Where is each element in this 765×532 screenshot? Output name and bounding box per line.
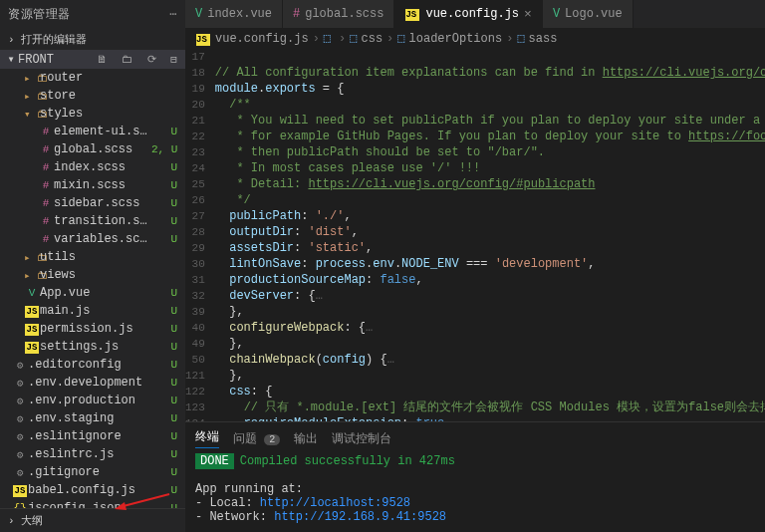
line-gutter: 17 18 19 20 21 22 23 24 25 26 27 28 29 3… — [185, 49, 215, 421]
code-content[interactable]: // All configuration item explanations c… — [215, 49, 765, 421]
close-icon[interactable]: × — [524, 7, 532, 22]
explorer-toolbar[interactable]: 🗎 🗀 ⟳ ⊟ — [97, 53, 181, 66]
file-permission.js[interactable]: JSpermission.jsU — [0, 320, 185, 338]
done-badge: DONE — [195, 453, 234, 469]
tab-Logo.vue[interactable]: VLogo.vue — [543, 0, 634, 28]
file-element-ui.scss[interactable]: #element-ui.scssU — [0, 123, 185, 140]
file-.editorconfig[interactable]: ⚙.editorconfigU — [0, 356, 185, 374]
file-settings.js[interactable]: JSsettings.jsU — [0, 338, 185, 356]
file-router[interactable]: ▸ 🗀router — [0, 69, 185, 87]
file-tree[interactable]: ▸ 🗀router▸ 🗀store▾ 🗀styles#element-ui.sc… — [0, 69, 185, 508]
file-.env.staging[interactable]: ⚙.env.stagingU — [0, 409, 185, 427]
file-.env.production[interactable]: ⚙.env.productionU — [0, 392, 185, 409]
file-store[interactable]: ▸ 🗀store — [0, 87, 185, 105]
file-views[interactable]: ▸ 🗀views — [0, 266, 185, 284]
tab-global.scss[interactable]: #global.scss — [283, 0, 394, 28]
network-url[interactable]: http://192.168.9.41:9528 — [274, 510, 446, 524]
panel-tabs[interactable]: 终端 问题 2 输出 调试控制台 — [195, 426, 755, 454]
file-utils[interactable]: ▸ 🗀utils — [0, 248, 185, 266]
file-mixin.scss[interactable]: #mixin.scssU — [0, 176, 185, 194]
explorer-title: 资源管理器 ⋯ — [0, 0, 185, 29]
code-editor[interactable]: 17 18 19 20 21 22 23 24 25 26 27 28 29 3… — [185, 49, 765, 421]
chevron-down-icon: ▾ — [4, 52, 18, 67]
file-.env.development[interactable]: ⚙.env.developmentU — [0, 374, 185, 392]
file-index.scss[interactable]: #index.scssU — [0, 158, 185, 176]
file-styles[interactable]: ▾ 🗀styles — [0, 105, 185, 123]
crumb[interactable]: loaderOptions — [409, 32, 503, 46]
file-.eslintrc.js[interactable]: ⚙.eslintrc.jsU — [0, 445, 185, 463]
file-App.vue[interactable]: VApp.vueU — [0, 284, 185, 302]
file-.gitignore[interactable]: ⚙.gitignoreU — [0, 463, 185, 481]
file-jsconfig.json[interactable]: {}jsconfig.jsonU — [0, 499, 185, 508]
file-main.js[interactable]: JSmain.jsU — [0, 302, 185, 320]
tab-vue.config.js[interactable]: JSvue.config.js× — [394, 0, 542, 28]
tab-debug[interactable]: 调试控制台 — [332, 430, 391, 447]
file-babel.config.js[interactable]: JSbabel.config.jsU — [0, 481, 185, 499]
tab-index.vue[interactable]: Vindex.vue — [185, 0, 283, 28]
crumb[interactable]: sass — [529, 32, 558, 46]
file-sidebar.scss[interactable]: #sidebar.scssU — [0, 194, 185, 212]
explorer-sidebar: 资源管理器 ⋯ › 打开的编辑器 ▾ FRONT 🗎 🗀 ⟳ ⊟ ▸ 🗀rout… — [0, 0, 185, 532]
folder-section[interactable]: ▾ FRONT 🗎 🗀 ⟳ ⊟ — [0, 50, 185, 69]
tab-output[interactable]: 输出 — [294, 430, 318, 447]
file-variables.scss[interactable]: #variables.scssU — [0, 230, 185, 248]
more-icon[interactable]: ⋯ — [169, 7, 177, 22]
terminal-output: DONECompiled successfully in 427ms App r… — [195, 454, 755, 524]
file-global.scss[interactable]: #global.scss2, U — [0, 140, 185, 158]
editor-tabs[interactable]: Vindex.vue#global.scssJSvue.config.js×VL… — [185, 0, 765, 28]
local-url[interactable]: http://localhost:9528 — [260, 496, 410, 510]
outline-section[interactable]: › 大纲 — [0, 508, 185, 532]
open-editors-section[interactable]: › 打开的编辑器 — [0, 29, 185, 50]
file-.eslintignore[interactable]: ⚙.eslintignoreU — [0, 427, 185, 445]
crumb[interactable]: css — [362, 32, 383, 46]
terminal-panel: 终端 问题 2 输出 调试控制台 DONECompiled successful… — [185, 421, 765, 532]
file-transition.scss[interactable]: #transition.scssU — [0, 212, 185, 230]
crumb[interactable]: vue.config.js — [215, 32, 309, 46]
breadcrumb[interactable]: JSvue.config.js › ⬚ › ⬚ css › ⬚ loaderOp… — [185, 28, 765, 49]
tab-problems[interactable]: 问题 2 — [233, 430, 280, 447]
editor-area: Vindex.vue#global.scssJSvue.config.js×VL… — [185, 0, 765, 532]
tab-terminal[interactable]: 终端 — [195, 428, 219, 448]
